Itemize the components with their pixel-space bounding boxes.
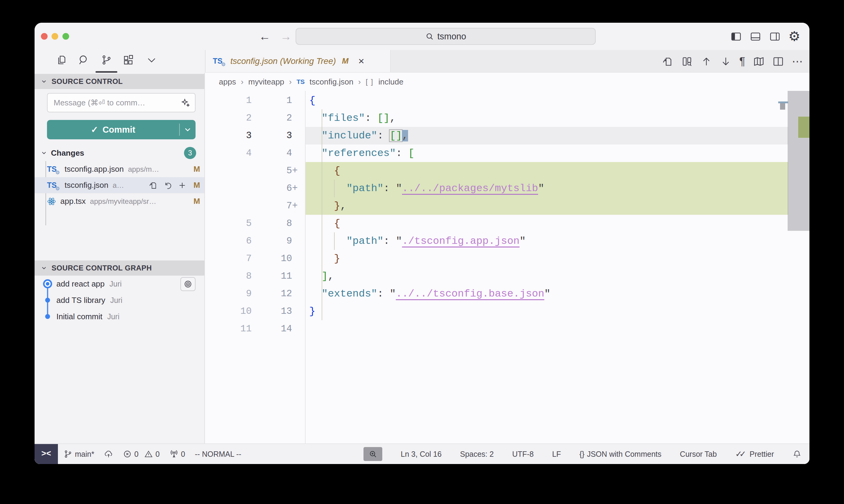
diff-editor[interactable]: 11 { 22 "files": [], 33 "include": [], 4…	[205, 91, 809, 444]
file-path: a…	[113, 181, 144, 190]
cursor-tab-item[interactable]: Cursor Tab	[680, 450, 717, 458]
tab-tsconfig-working-tree[interactable]: TS⚙ tsconfig.json (Working Tree) M ×	[206, 50, 391, 72]
vim-mode-indicator[interactable]: -- NORMAL --	[195, 450, 241, 458]
screencast-zoom-button[interactable]	[363, 447, 382, 461]
cursor-position-item[interactable]: Ln 3, Col 16	[401, 450, 442, 458]
code-line-added[interactable]: 5+ {	[205, 162, 809, 180]
code-line-added[interactable]: 6+ "path": "../../packages/mytslib"	[205, 180, 809, 197]
scrollbar-thumb[interactable]	[788, 91, 809, 231]
toggle-secondary-sidebar-icon[interactable]	[769, 31, 781, 42]
tab-close-icon[interactable]: ×	[358, 55, 364, 67]
previous-change-arrow-icon[interactable]	[701, 56, 712, 67]
change-row-tsconfig-app[interactable]: TS⚙ tsconfig.app.json apps/m… M	[35, 161, 204, 177]
breadcrumb-item-apps[interactable]: apps	[219, 77, 236, 87]
code-line[interactable]: 11 {	[205, 92, 809, 109]
language-mode-item[interactable]: {}JSON with Comments	[579, 450, 661, 458]
change-row-app-tsx[interactable]: app.tsx apps/myviteapp/sr… M	[35, 193, 204, 209]
search-value: tsmono	[437, 32, 466, 41]
code-token: :	[383, 235, 396, 247]
original-line-number: 6	[205, 232, 252, 250]
modified-badge: M	[193, 164, 200, 174]
encoding-text: UTF-8	[512, 450, 534, 458]
remote-indicator-button[interactable]: ><	[35, 444, 58, 464]
notifications-item[interactable]	[792, 449, 802, 458]
breadcrumb-item-tsconfig[interactable]: tsconfig.json	[310, 77, 354, 87]
change-row-tsconfig-selected[interactable]: TS⚙ tsconfig.json a… M	[35, 177, 204, 193]
goto-current-history-item-button[interactable]	[180, 277, 195, 291]
open-file-icon[interactable]	[149, 181, 158, 190]
more-actions-ellipsis-icon[interactable]: ⋯	[792, 56, 803, 67]
code-token: :	[383, 183, 396, 194]
file-name: tsconfig.json	[65, 181, 108, 190]
breadcrumb-item-myviteapp[interactable]: myviteapp	[248, 77, 285, 87]
commit-dropdown-button[interactable]	[180, 125, 195, 134]
code-line[interactable]: 912 "extends": "../../tsconfig.base.json…	[205, 285, 809, 303]
command-center-search[interactable]: tsmono	[296, 28, 596, 45]
braces-icon: {}	[579, 450, 585, 458]
map-icon[interactable]	[753, 56, 764, 67]
original-line-number: 4	[205, 144, 252, 162]
indentation-item[interactable]: Spaces: 2	[460, 450, 494, 458]
discard-changes-icon[interactable]	[163, 181, 172, 190]
top-band: TS⚙ tsconfig.json (Working Tree) M × ¶ ⋯	[35, 50, 809, 73]
changes-section-header[interactable]: Changes	[35, 146, 204, 160]
commit-message-input[interactable]: Message (⌘⏎ to comm…	[47, 93, 195, 112]
code-token: }	[309, 306, 315, 317]
source-control-icon[interactable]	[101, 54, 112, 66]
breadcrumb: apps › myviteapp › TS tsconfig.json › [ …	[205, 73, 809, 91]
code-token: "references"	[322, 147, 396, 159]
branch-status-item[interactable]: main*	[63, 449, 94, 458]
minimize-window-button[interactable]	[52, 33, 58, 40]
stage-plus-icon[interactable]	[178, 181, 187, 190]
code-line-current[interactable]: 33 "include": [],	[205, 127, 809, 144]
close-window-button[interactable]	[41, 33, 48, 40]
problems-status-item[interactable]: 0 0	[123, 449, 160, 458]
file-name: tsconfig.app.json	[65, 164, 124, 174]
sparkle-ai-icon[interactable]	[181, 98, 190, 107]
code-line[interactable]: 710 }	[205, 250, 809, 267]
code-line[interactable]: 22 "files": [],	[205, 109, 809, 127]
code-line[interactable]: 811 ],	[205, 267, 809, 285]
code-token: "path"	[346, 235, 383, 247]
sync-status-item[interactable]	[104, 449, 113, 458]
code-token: ,	[328, 270, 334, 282]
toggle-primary-sidebar-icon[interactable]	[730, 31, 742, 42]
modified-line-number: 10	[252, 250, 298, 267]
encoding-item[interactable]: UTF-8	[512, 450, 534, 458]
code-token: :	[365, 112, 377, 124]
commit-row[interactable]: add react app Juri	[35, 276, 204, 292]
code-line[interactable]: 58 {	[205, 215, 809, 232]
eol-item[interactable]: LF	[552, 450, 561, 458]
search-view-icon[interactable]	[78, 54, 89, 66]
code-line[interactable]: 69 "path": "./tsconfig.app.json"	[205, 232, 809, 250]
code-line[interactable]: 1114	[205, 320, 809, 338]
extensions-icon[interactable]	[122, 54, 134, 66]
commit-dot	[45, 298, 50, 303]
settings-gear-icon[interactable]: ⚙	[789, 31, 800, 42]
whitespace-pilcrow-icon[interactable]: ¶	[739, 56, 745, 67]
inline-view-icon[interactable]	[681, 56, 693, 67]
explorer-icon[interactable]	[56, 54, 67, 66]
code-line[interactable]: 1013 }	[205, 303, 809, 320]
history-back-button[interactable]: ←	[259, 23, 271, 50]
next-change-arrow-icon[interactable]	[720, 56, 731, 67]
code-token: []	[377, 112, 390, 124]
commit-dot	[45, 314, 50, 319]
toggle-panel-icon[interactable]	[750, 31, 761, 42]
source-control-section-header[interactable]: SOURCE CONTROL	[35, 74, 204, 89]
breadcrumb-item-include[interactable]: include	[378, 77, 403, 87]
split-editor-icon[interactable]	[773, 56, 784, 67]
history-forward-button[interactable]: →	[280, 23, 292, 50]
code-line-added[interactable]: 7+ },	[205, 197, 809, 215]
commit-row[interactable]: add TS library Juri	[35, 292, 204, 308]
maximize-window-button[interactable]	[63, 33, 69, 40]
open-changes-icon[interactable]	[662, 56, 673, 67]
more-views-chevron-icon[interactable]	[146, 54, 157, 66]
code-token: []	[390, 130, 402, 141]
code-line[interactable]: 44 "references": [	[205, 144, 809, 162]
commit-button[interactable]: ✓Commit	[47, 120, 195, 139]
ports-status-item[interactable]: 0	[170, 449, 185, 458]
source-control-graph-header[interactable]: SOURCE CONTROL GRAPH	[35, 260, 204, 276]
formatter-item[interactable]: ✓✓Prettier	[735, 449, 774, 459]
commit-row[interactable]: Initial commit Juri	[35, 308, 204, 325]
